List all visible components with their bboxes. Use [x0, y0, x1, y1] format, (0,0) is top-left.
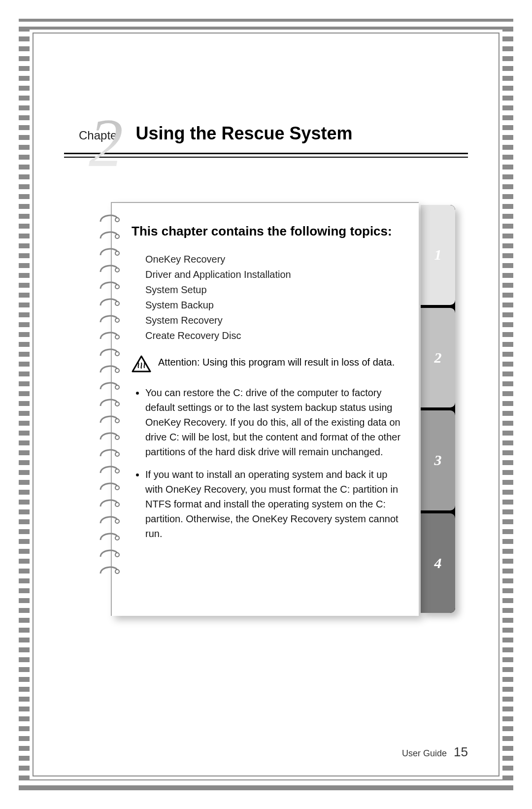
- svg-point-19: [115, 536, 119, 540]
- spiral-ring-icon: [98, 547, 121, 560]
- svg-point-2: [115, 251, 119, 255]
- index-tab-3: 3: [421, 410, 455, 510]
- footer-label: User Guide: [402, 748, 447, 759]
- svg-point-5: [115, 302, 119, 305]
- svg-point-7: [115, 335, 119, 339]
- spiral-ring-icon: [98, 312, 121, 325]
- topics-heading: This chapter contains the following topi…: [132, 223, 405, 240]
- spiral-ring-icon: [98, 564, 121, 576]
- spiral-ring-icon: [98, 229, 121, 241]
- svg-point-14: [115, 452, 119, 456]
- spiral-ring-icon: [98, 296, 121, 308]
- svg-point-6: [115, 318, 119, 322]
- spiral-ring-icon: [98, 379, 121, 392]
- topic-item: System Setup: [145, 282, 405, 298]
- page-number: 15: [454, 744, 468, 760]
- index-tab-4: 4: [421, 513, 455, 613]
- spiral-ring-icon: [98, 212, 121, 225]
- svg-point-9: [115, 369, 119, 372]
- spiral-ring-icon: [98, 480, 121, 493]
- svg-point-3: [115, 268, 119, 272]
- svg-point-10: [115, 385, 119, 389]
- index-tab-1: 1: [421, 205, 455, 305]
- svg-point-17: [115, 503, 119, 506]
- svg-point-20: [115, 553, 119, 557]
- spiral-ring-icon: [98, 513, 121, 526]
- spiral-ring-icon: [98, 430, 121, 442]
- notebook-block: 1 2 3 4 This chapter contains the follow…: [84, 202, 458, 616]
- spiral-ring-icon: [98, 245, 121, 258]
- topic-item: Create Recovery Disc: [145, 328, 405, 343]
- svg-point-8: [115, 352, 119, 356]
- page-content: 2 Chapter Using the Rescue System: [34, 34, 498, 775]
- chapter-number-large: 2: [89, 108, 123, 177]
- topics-list: OneKey Recovery Driver and Application I…: [145, 252, 405, 343]
- bullet-item: You can restore the C: drive of the comp…: [145, 385, 405, 459]
- index-tabs: 1 2 3 4: [421, 205, 455, 613]
- svg-point-11: [115, 402, 119, 406]
- spiral-ring-icon: [98, 446, 121, 459]
- hot-surface-warning-icon: [132, 355, 151, 376]
- spiral-ring-icon: [98, 530, 121, 543]
- bullet-item: If you want to install an operating syst…: [145, 467, 405, 541]
- topic-item: OneKey Recovery: [145, 252, 405, 267]
- spiral-ring-icon: [98, 396, 121, 409]
- svg-point-15: [115, 469, 119, 473]
- header-double-rule: [64, 153, 468, 158]
- attention-note: Attention: Using this program will resul…: [133, 355, 405, 376]
- svg-point-13: [115, 436, 119, 439]
- bullet-list: You can restore the C: drive of the comp…: [145, 385, 405, 541]
- spiral-ring-icon: [98, 413, 121, 426]
- svg-point-1: [115, 235, 119, 238]
- page-footer: User Guide 15: [402, 744, 468, 760]
- svg-point-16: [115, 486, 119, 490]
- svg-point-0: [115, 218, 119, 222]
- svg-point-4: [115, 285, 119, 289]
- topic-item: System Recovery: [145, 313, 405, 328]
- chapter-title: Using the Rescue System: [135, 123, 352, 144]
- svg-point-12: [115, 419, 119, 423]
- attention-text: Attention: Using this program will resul…: [158, 355, 395, 376]
- spiral-binding: [98, 212, 121, 576]
- notebook-page: This chapter contains the following topi…: [111, 202, 419, 616]
- chapter-header: 2 Chapter Using the Rescue System: [64, 123, 468, 158]
- topic-item: Driver and Application Installation: [145, 267, 405, 282]
- spiral-ring-icon: [98, 329, 121, 342]
- topic-item: System Backup: [145, 298, 405, 313]
- svg-point-21: [115, 570, 119, 573]
- spiral-ring-icon: [98, 497, 121, 509]
- spiral-ring-icon: [98, 279, 121, 292]
- spiral-ring-icon: [98, 262, 121, 275]
- spiral-ring-icon: [98, 346, 121, 359]
- svg-point-18: [115, 519, 119, 523]
- spiral-ring-icon: [98, 463, 121, 476]
- spiral-ring-icon: [98, 363, 121, 375]
- index-tab-2: 2: [421, 308, 455, 408]
